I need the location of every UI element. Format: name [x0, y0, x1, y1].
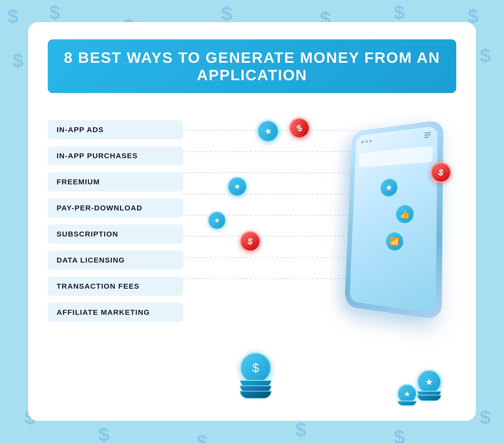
content-area: IN-APP ADS IN-APP PURCHASES FREEMIUM PAY… — [48, 113, 456, 406]
list-item-label-6: DATA LICENSING — [57, 256, 125, 264]
menu-line — [424, 134, 431, 136]
phone-star-icon: ★ — [379, 178, 398, 198]
list-item-label-3: FREEMIUM — [57, 178, 100, 186]
coin-blue-mid-left: ★ — [226, 175, 249, 198]
phone-body: ★ 👍 📶 — [344, 120, 443, 320]
bg-dollar-icon: $ — [12, 49, 23, 72]
bg-dollar-icon: $ — [480, 406, 491, 429]
phone-device: ★ 👍 📶 — [343, 123, 441, 310]
bg-dollar-icon: $ — [295, 418, 306, 441]
coin-stack-small: ★ — [417, 370, 441, 401]
coin-red-mid: $ — [238, 229, 262, 253]
bg-dollar-icon: $ — [49, 1, 60, 24]
list-item-label-8: AFFILIATE MARKETING — [57, 308, 150, 316]
coin-blue-top: ★ — [254, 118, 282, 145]
bg-dollar-icon: $ — [221, 2, 233, 25]
phone-dot — [365, 140, 368, 143]
list-item-8: AFFILIATE MARKETING — [48, 303, 183, 322]
phone-wifi-icon: 📶 — [385, 231, 404, 252]
list-item-label-2: IN-APP PURCHASES — [57, 152, 138, 160]
list-item-6: DATA LICENSING — [48, 251, 183, 270]
list-item-4: PAY-PER-DOWNLOAD — [48, 198, 183, 218]
phone-screen: ★ 👍 📶 — [349, 126, 438, 313]
main-card: 8 BEST WAYS TO GENERATE MONEY FROM AN AP… — [28, 22, 476, 421]
phone-card-element — [359, 146, 433, 167]
phone-dot — [361, 141, 364, 143]
phone-menu-lines — [424, 132, 431, 138]
menu-line — [424, 137, 429, 138]
list-item-label-5: SUBSCRIPTION — [57, 230, 118, 238]
phone-dot — [369, 140, 372, 143]
list-item-7: TRANSACTION FEES — [48, 277, 183, 296]
coin-stack-large: $ — [240, 352, 272, 399]
list-item-label-7: TRANSACTION FEES — [57, 282, 140, 290]
list-item-label-1: IN-APP ADS — [57, 126, 104, 134]
bg-dollar-icon: $ — [197, 431, 208, 443]
monetization-list: IN-APP ADS IN-APP PURCHASES FREEMIUM PAY… — [48, 113, 183, 406]
list-item-2: IN-APP PURCHASES — [48, 146, 183, 166]
bg-dollar-icon: $ — [480, 44, 491, 67]
phone-thumbsup-icon: 👍 — [395, 204, 415, 224]
bg-dollar-icon: $ — [394, 1, 405, 24]
menu-line — [424, 132, 431, 134]
bg-dollar-icon: $ — [394, 426, 405, 443]
coin-stack-tiny: ★ — [397, 384, 417, 406]
list-item-1: IN-APP ADS — [48, 120, 183, 139]
list-item-label-4: PAY-PER-DOWNLOAD — [57, 204, 143, 212]
coin-blue-lower-left: ★ — [207, 210, 227, 230]
phone-dots — [361, 140, 372, 144]
title-banner: 8 BEST WAYS TO GENERATE MONEY FROM AN AP… — [48, 39, 456, 93]
list-item-3: FREEMIUM — [48, 172, 183, 191]
bg-dollar-icon: $ — [7, 5, 18, 28]
phone-illustration-section: ★ 👍 📶 ★ ★ ★ $ $ — [183, 113, 456, 406]
coin-red-top: $ — [286, 115, 313, 142]
main-title: 8 BEST WAYS TO GENERATE MONEY FROM AN AP… — [64, 49, 440, 83]
list-item-5: SUBSCRIPTION — [48, 224, 183, 244]
bg-dollar-icon: $ — [98, 423, 109, 443]
